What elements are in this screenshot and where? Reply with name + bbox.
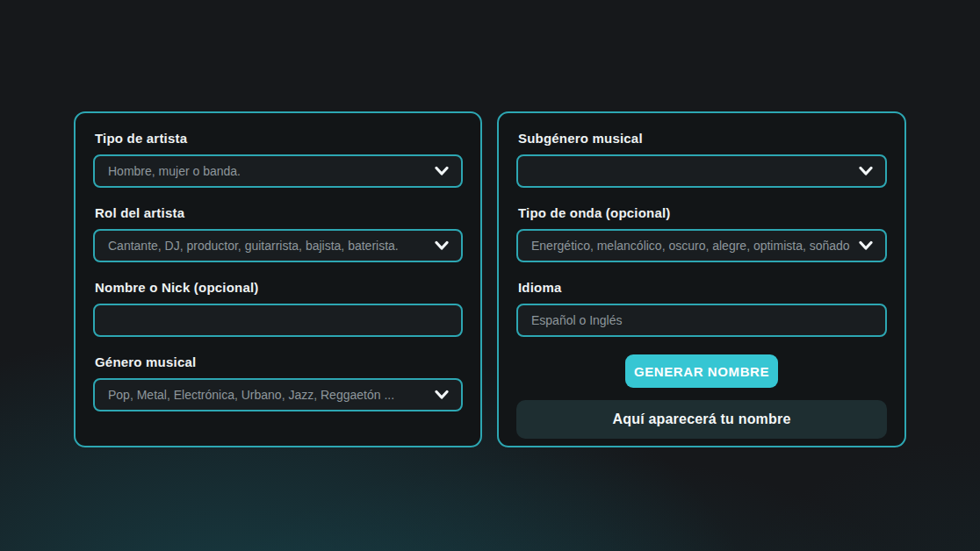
result-placeholder-text: Aquí aparecerá tu nombre (612, 411, 790, 427)
language-label: Idioma (516, 280, 887, 295)
name-nick-label: Nombre o Nick (opcional) (93, 280, 463, 295)
artist-type-placeholder: Hombre, mujer o banda. (108, 164, 426, 178)
language-group: Idioma (516, 280, 887, 337)
vibe-type-select[interactable]: Energético, melancólico, oscuro, alegre,… (516, 229, 887, 262)
music-genre-label: Género musical (93, 354, 463, 369)
artist-type-select[interactable]: Hombre, mujer o banda. (93, 154, 463, 188)
vibe-type-placeholder: Energético, melancólico, oscuro, alegre,… (531, 239, 850, 253)
artist-role-placeholder: Cantante, DJ, productor, guitarrista, ba… (108, 239, 426, 253)
chevron-down-icon (435, 166, 449, 176)
music-genre-select[interactable]: Pop, Metal, Electrónica, Urbano, Jazz, R… (93, 378, 463, 411)
subgenre-label: Subgénero musical (516, 131, 887, 146)
chevron-down-icon (859, 240, 873, 251)
vibe-type-group: Tipo de onda (opcional) Energético, mela… (516, 205, 887, 262)
artist-role-group: Rol del artista Cantante, DJ, productor,… (93, 205, 463, 262)
music-genre-placeholder: Pop, Metal, Electrónica, Urbano, Jazz, R… (108, 388, 426, 402)
subgenre-group: Subgénero musical (516, 131, 887, 188)
artist-type-label: Tipo de artista (93, 131, 463, 146)
artist-role-label: Rol del artista (93, 205, 463, 220)
artist-type-group: Tipo de artista Hombre, mujer o banda. (93, 131, 463, 188)
artist-role-select[interactable]: Cantante, DJ, productor, guitarrista, ba… (93, 229, 463, 262)
name-nick-input[interactable] (93, 304, 463, 337)
chevron-down-icon (435, 390, 449, 400)
artist-form-panel-left: Tipo de artista Hombre, mujer o banda. R… (74, 111, 482, 447)
music-genre-group: Género musical Pop, Metal, Electrónica, … (93, 354, 463, 411)
result-display: Aquí aparecerá tu nombre (516, 400, 887, 439)
chevron-down-icon (859, 166, 873, 176)
name-nick-group: Nombre o Nick (opcional) (93, 280, 463, 337)
artist-form-panel-right: Subgénero musical Tipo de onda (opcional… (497, 111, 906, 447)
vibe-type-label: Tipo de onda (opcional) (516, 205, 887, 220)
subgenre-select[interactable] (516, 154, 887, 188)
chevron-down-icon (435, 240, 449, 251)
language-input[interactable] (516, 304, 887, 337)
generate-name-button[interactable]: GENERAR NOMBRE (625, 354, 778, 388)
